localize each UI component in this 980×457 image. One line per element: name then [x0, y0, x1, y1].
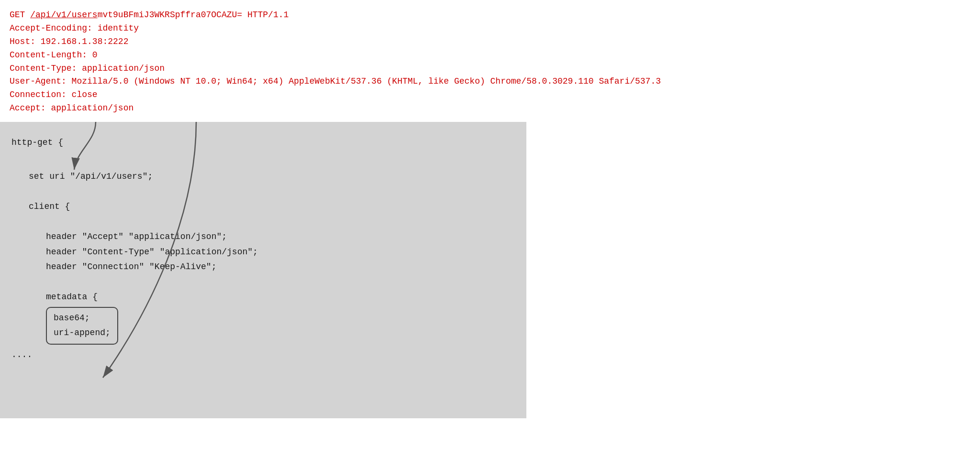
http-request-section: GET /api/v1/usersmvt9uBFmiJ3WKRSpffra07O… [0, 0, 980, 122]
http-line-2: Accept-Encoding: identity [10, 22, 970, 35]
code-line-dots: .... [11, 348, 515, 363]
code-line-6: header "Connection" "Keep-Alive"; [46, 260, 515, 275]
code-block-section: http-get { set uri "/api/v1/users"; clie… [0, 122, 526, 418]
http-line-3: Host: 192.168.1.38:2222 [10, 35, 970, 49]
code-line-blank4 [11, 275, 515, 290]
get-prefix: GET [10, 10, 30, 20]
http-line-1: GET /api/v1/usersmvt9uBFmiJ3WKRSpffra07O… [10, 9, 970, 22]
code-line-3: client { [29, 199, 515, 215]
code-line-2: set uri "/api/v1/users"; [29, 169, 515, 185]
page-wrapper: GET /api/v1/usersmvt9uBFmiJ3WKRSpffra07O… [0, 0, 980, 418]
code-line-5: header "Content-Type" "application/json"… [46, 245, 515, 260]
http-line-4: Content-Length: 0 [10, 49, 970, 62]
code-line-blank1 [11, 154, 515, 170]
code-line-blank3 [11, 215, 515, 230]
code-line-4: header "Accept" "application/json"; [46, 229, 515, 245]
line1-suffix: mvt9uBFmiJ3WKRSpffra07OCAZU= HTTP/1.1 [98, 10, 289, 20]
url-boxed: /api/v1/users [30, 10, 97, 20]
box-line-1: base64; [54, 311, 111, 326]
http-line-5: Content-Type: application/json [10, 62, 970, 76]
metadata-box: base64; uri-append; [46, 305, 515, 345]
http-line-7: Connection: close [10, 88, 970, 102]
box-line-2: uri-append; [54, 326, 111, 341]
http-line-8: Accept: application/json [10, 102, 970, 115]
boxed-content: base64; uri-append; [46, 307, 118, 345]
code-line-1: http-get { [11, 135, 515, 151]
http-line-6: User-Agent: Mozilla/5.0 (Windows NT 10.0… [10, 75, 970, 88]
code-line-7: metadata { [46, 290, 515, 305]
code-line-blank2 [11, 185, 515, 200]
